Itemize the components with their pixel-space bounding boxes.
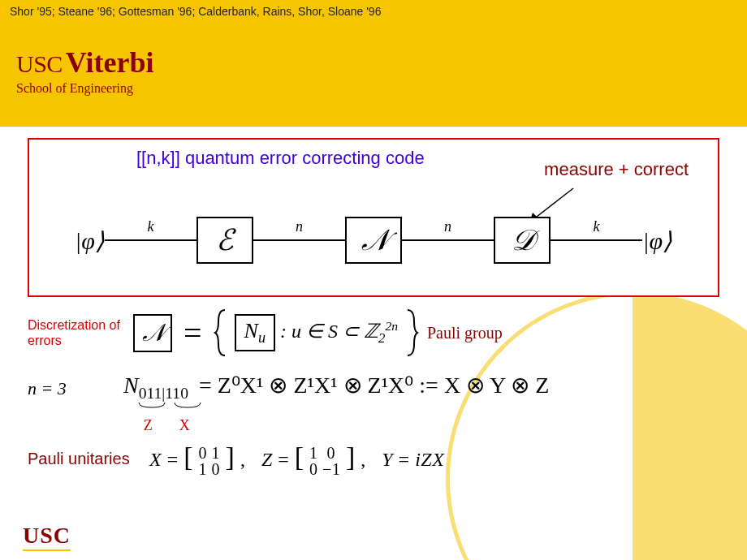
example-row: n = 3 N 011|110 Z X = Z⁰X¹ ⊗ Z¹X¹ ⊗ Z¹X⁰…: [28, 372, 719, 403]
underbrace-x-icon: [173, 401, 202, 411]
example-rhs: = Z⁰X¹ ⊗ Z¹X¹ ⊗ Z¹X⁰ := X ⊗ Y ⊗ Z: [199, 373, 549, 398]
discretization-label: Discretization of errors: [28, 317, 133, 348]
encoder-box: ℰ: [196, 217, 253, 264]
measure-correct-label: measure + correct: [544, 159, 689, 180]
viterbi-logo: USC Viterbi School of Engineering: [16, 45, 154, 96]
header-banner: Shor '95; Steane '96; Gottesman '96; Cal…: [0, 0, 747, 127]
noise-set-equation: 𝒩 = Nu : u ∈ S ⊂ ℤ22n Pauli group: [133, 308, 719, 357]
wire-4: k: [551, 239, 642, 241]
viterbi-main: Viterbi: [66, 46, 154, 79]
N-boxed: 𝒩: [133, 314, 172, 352]
z-underlabel: Z: [144, 417, 153, 434]
circuit-row: |φ⟩ k ℰ n 𝒩 n 𝒟 k |φ⟩: [75, 208, 672, 273]
viterbi-sub: School of Engineering: [16, 81, 154, 96]
qecc-diagram-box: [[n,k]] quantum error correcting code me…: [28, 138, 719, 297]
wire-3: n: [402, 239, 494, 241]
left-brace-icon: [214, 308, 230, 357]
noise-box: 𝒩: [345, 217, 402, 264]
citation-text: Shor '95; Steane '96; Gottesman '96; Cal…: [0, 0, 747, 23]
decoder-box: 𝒟: [494, 217, 551, 264]
wire-1: k: [105, 239, 196, 241]
n-equals-3: n = 3: [28, 372, 123, 399]
pauli-unitaries-label: Pauli unitaries: [28, 450, 149, 468]
pauli-matrices: X = [ 0 11 0 ] , Z = [ 1 00 −1 ] , Y = i…: [149, 442, 444, 477]
example-equation: N 011|110 Z X = Z⁰X¹ ⊗ Z¹X¹ ⊗ Z¹X⁰ := X …: [123, 372, 549, 403]
viterbi-usc: USC: [16, 50, 63, 77]
usc-footer-logo: USC: [23, 523, 71, 549]
ket-input: |φ⟩: [75, 226, 105, 255]
wire-2: n: [253, 239, 345, 241]
set-condition: : u ∈ S ⊂ ℤ22n: [280, 319, 398, 347]
pauli-row: Pauli unitaries X = [ 0 11 0 ] , Z = [ 1…: [28, 442, 719, 477]
pauli-group-label: Pauli group: [427, 324, 503, 342]
right-brace-icon: [403, 308, 419, 357]
discretization-row: Discretization of errors 𝒩 = Nu : u ∈ S …: [28, 308, 719, 357]
x-underlabel: X: [179, 417, 190, 434]
ket-output: |φ⟩: [642, 226, 672, 255]
underbrace-z-icon: [137, 401, 166, 411]
Nu-boxed: Nu: [235, 314, 275, 351]
